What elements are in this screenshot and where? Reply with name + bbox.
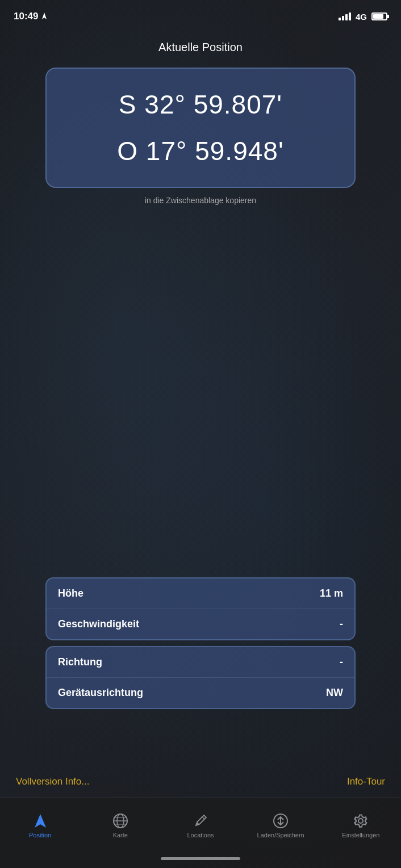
signal-bar-4: [349, 12, 351, 20]
direction-row: Richtung -: [47, 647, 354, 678]
signal-bars: [339, 12, 351, 20]
network-type: 4G: [356, 12, 367, 22]
copy-hint[interactable]: in die Zwischenablage kopieren: [0, 196, 401, 205]
karte-tab-icon: [112, 812, 129, 829]
battery-icon: [371, 12, 387, 20]
speed-row: Geschwindigkeit -: [47, 609, 354, 639]
status-time: 10:49: [14, 11, 48, 22]
globe-icon: [112, 813, 128, 829]
altitude-row: Höhe 11 m: [47, 578, 354, 609]
status-right: 4G: [339, 12, 387, 22]
info-tour-link[interactable]: Info-Tour: [347, 776, 385, 787]
position-tab-label: Position: [29, 832, 51, 838]
signal-bar-3: [345, 14, 348, 20]
device-orientation-row: Gerätausrichtung NW: [47, 678, 354, 708]
device-orientation-value: NW: [326, 687, 343, 699]
tab-laden-speichern[interactable]: Laden/Speichern: [255, 812, 306, 838]
promo-links: Vollversion Info... Info-Tour: [0, 766, 401, 798]
tab-locations[interactable]: Locations: [175, 812, 226, 838]
status-bar: 10:49 4G: [0, 0, 401, 30]
direction-label: Richtung: [58, 656, 102, 668]
locations-tab-icon: [192, 812, 209, 829]
tab-position[interactable]: Position: [15, 812, 66, 838]
tab-einstellungen[interactable]: Einstellungen: [335, 812, 386, 838]
longitude-display: O 17° 59.948': [60, 136, 341, 166]
svg-line-5: [202, 817, 204, 819]
coordinates-card[interactable]: S 32° 59.807' O 17° 59.948': [45, 68, 356, 188]
signal-bar-2: [342, 16, 344, 20]
home-indicator: [0, 849, 401, 868]
laden-speichern-tab-icon: [272, 812, 289, 829]
tab-karte[interactable]: Karte: [95, 812, 146, 838]
laden-speichern-tab-label: Laden/Speichern: [257, 832, 304, 838]
direction-value: -: [340, 656, 343, 668]
vollversion-link[interactable]: Vollversion Info...: [16, 776, 89, 787]
einstellungen-tab-label: Einstellungen: [342, 832, 379, 838]
speed-value: -: [340, 618, 343, 630]
home-bar: [161, 857, 240, 860]
altitude-speed-card: Höhe 11 m Geschwindigkeit -: [45, 577, 356, 640]
battery-fill: [373, 14, 383, 19]
karte-tab-label: Karte: [113, 832, 128, 838]
signal-bar-1: [339, 18, 341, 20]
einstellungen-tab-icon: [352, 812, 369, 829]
device-orientation-label: Gerätausrichtung: [58, 687, 143, 699]
upload-download-icon: [273, 813, 289, 829]
info-section: Höhe 11 m Geschwindigkeit - Richtung - G…: [0, 577, 401, 715]
tab-bar: Position Karte: [0, 798, 401, 849]
altitude-value: 11 m: [320, 588, 343, 599]
altitude-label: Höhe: [58, 588, 83, 599]
position-tab-icon: [32, 812, 49, 829]
locations-tab-label: Locations: [187, 832, 214, 838]
pencil-icon: [193, 813, 208, 829]
direction-card: Richtung - Gerätausrichtung NW: [45, 646, 356, 709]
gear-icon: [353, 813, 369, 829]
page-title: Aktuelle Position: [0, 30, 401, 68]
speed-label: Geschwindigkeit: [58, 618, 139, 630]
latitude-display: S 32° 59.807': [60, 89, 341, 120]
navigation-arrow-icon: [32, 813, 48, 829]
location-indicator-icon: [41, 12, 48, 20]
